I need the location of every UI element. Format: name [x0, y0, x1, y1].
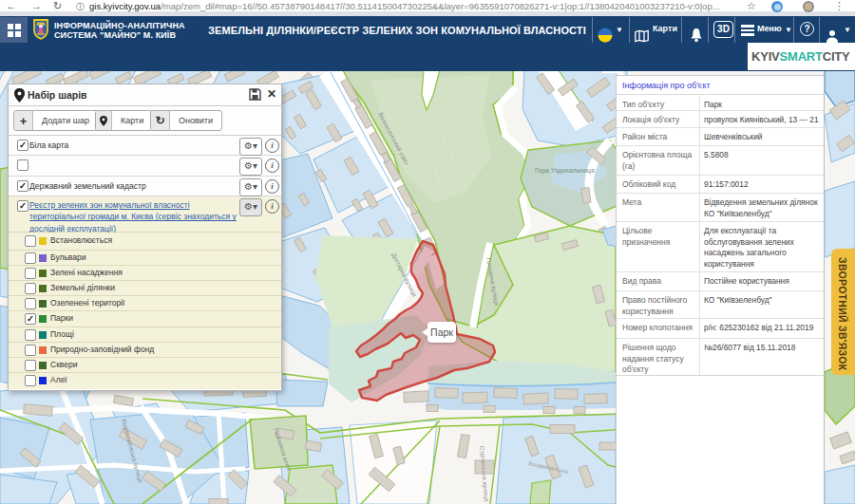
svg-text:Гора Уздихальниця: Гора Уздихальниця [535, 167, 595, 175]
